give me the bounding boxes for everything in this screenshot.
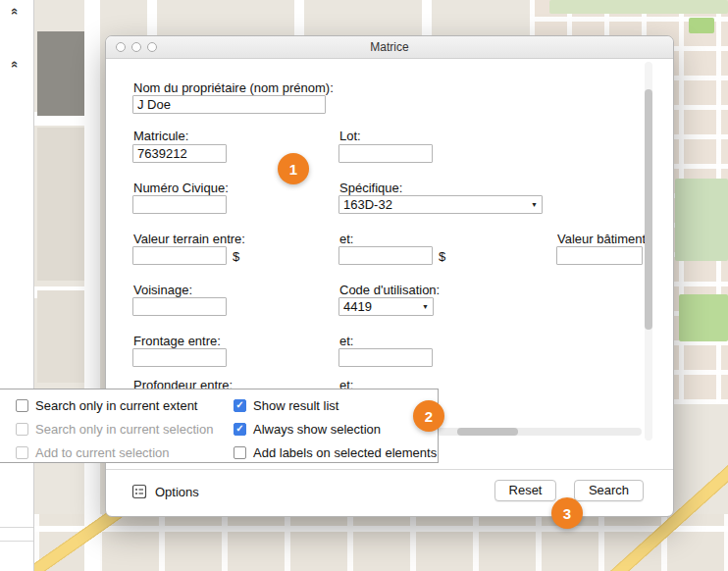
map-park xyxy=(689,18,714,33)
specifique-label: Spécifique: xyxy=(339,181,402,195)
map-park xyxy=(679,294,728,341)
frontage-max-input[interactable] xyxy=(338,348,433,367)
vertical-scrollbar-thumb[interactable] xyxy=(645,89,652,330)
annotation-badge-1: 1 xyxy=(278,153,309,184)
et-label: et: xyxy=(339,232,353,246)
collapse-icon: « xyxy=(8,60,23,67)
footer-divider xyxy=(106,469,673,470)
checkbox-label: Always show selection xyxy=(253,422,381,437)
checkbox-box: ✓ xyxy=(234,423,246,436)
sidebar-divider xyxy=(0,541,33,542)
annotation-badge-3: 3 xyxy=(551,497,583,529)
map-city-block xyxy=(37,128,84,281)
map-building-block xyxy=(37,31,84,116)
checkbox-add-labels[interactable]: Add labels on selected elements xyxy=(234,444,437,460)
checkbox-box: ✓ xyxy=(234,399,246,412)
zoom-button[interactable] xyxy=(147,42,157,52)
checkbox-show-result-list[interactable]: ✓ Show result list xyxy=(234,397,338,413)
et-label: et: xyxy=(339,334,353,348)
voisinage-label: Voisinage: xyxy=(133,283,192,297)
options-icon xyxy=(131,484,147,499)
dollar-sign: $ xyxy=(439,249,445,264)
valeur-batiment-label: Valeur bâtiment xyxy=(557,232,651,246)
checkbox-box xyxy=(16,446,28,459)
dialog-title: Matrice xyxy=(106,36,673,58)
frontage-min-input[interactable] xyxy=(132,348,227,367)
map-road-vertical xyxy=(294,0,304,35)
dialog-titlebar[interactable]: Matrice xyxy=(106,36,673,59)
checkbox-label: Add labels on selected elements xyxy=(253,445,437,460)
valeur-terrain-min-input[interactable] xyxy=(132,246,227,265)
close-button[interactable] xyxy=(116,42,126,52)
map-road-vertical xyxy=(422,0,432,35)
code-utilisation-value: 4419 xyxy=(339,299,418,314)
checkbox-box xyxy=(16,399,28,412)
checkbox-box xyxy=(234,446,246,459)
matricule-label: Matricule: xyxy=(133,129,188,143)
code-utilisation-select[interactable]: 4419 ▼ xyxy=(338,297,434,316)
collapse-icon: « xyxy=(8,7,23,14)
map-road-vertical xyxy=(84,0,100,571)
owner-label: Nom du propriétaire (nom prénom): xyxy=(133,80,334,95)
minimize-button[interactable] xyxy=(131,42,141,52)
checkbox-search-current-selection[interactable]: Search only in current selection xyxy=(16,421,213,437)
matricule-input[interactable] xyxy=(132,144,227,163)
checkbox-box xyxy=(16,423,28,436)
checkbox-label: Show result list xyxy=(253,398,338,413)
owner-input[interactable] xyxy=(132,95,326,114)
frontage-label: Frontage entre: xyxy=(133,334,221,348)
collapse-panel-button-2[interactable]: « xyxy=(6,55,26,73)
checkbox-label: Search only in current selection xyxy=(35,422,213,437)
voisinage-input[interactable] xyxy=(132,297,227,316)
civic-input[interactable] xyxy=(132,195,227,214)
civic-label: Numéro Civique: xyxy=(133,181,229,195)
horizontal-scrollbar-thumb[interactable] xyxy=(457,428,518,436)
search-button[interactable]: Search xyxy=(574,480,644,501)
search-options-panel: Search only in current extent Search onl… xyxy=(0,389,439,463)
chevron-down-icon: ▼ xyxy=(418,303,433,310)
code-utilisation-label: Code d'utilisation: xyxy=(339,283,440,297)
vertical-scrollbar[interactable] xyxy=(645,62,652,441)
valeur-terrain-max-input[interactable] xyxy=(338,246,433,265)
dollar-sign: $ xyxy=(233,249,239,264)
check-icon: ✓ xyxy=(235,424,243,434)
chevron-down-icon: ▼ xyxy=(527,201,542,208)
lot-label: Lot: xyxy=(339,129,361,143)
map-city-block xyxy=(37,290,84,383)
checkbox-always-show-selection[interactable]: ✓ Always show selection xyxy=(234,421,381,437)
specifique-value: 163D-32 xyxy=(339,197,527,212)
left-sidebar: « « xyxy=(0,0,34,571)
checkbox-search-current-extent[interactable]: Search only in current extent xyxy=(16,397,197,413)
reset-button[interactable]: Reset xyxy=(494,480,556,501)
checkbox-add-to-selection[interactable]: Add to current selection xyxy=(16,444,170,460)
options-button-label: Options xyxy=(155,485,199,499)
specifique-select[interactable]: 163D-32 ▼ xyxy=(338,195,543,214)
checkbox-label: Search only in current extent xyxy=(35,398,197,413)
lot-input[interactable] xyxy=(338,144,433,163)
options-button[interactable]: Options xyxy=(131,480,199,503)
map-park xyxy=(675,179,728,261)
collapse-panel-button[interactable]: « xyxy=(6,2,26,20)
check-icon: ✓ xyxy=(235,400,243,410)
map-park xyxy=(549,0,728,14)
checkbox-label: Add to current selection xyxy=(35,445,170,460)
sidebar-divider xyxy=(0,527,33,528)
valeur-batiment-input[interactable] xyxy=(556,246,643,265)
valeur-terrain-label: Valeur terrain entre: xyxy=(133,232,245,246)
annotation-badge-2: 2 xyxy=(413,400,444,432)
map-road-vertical xyxy=(147,0,157,35)
app-root: « « Matrice Nom du propriétaire (nom pré… xyxy=(0,0,728,571)
